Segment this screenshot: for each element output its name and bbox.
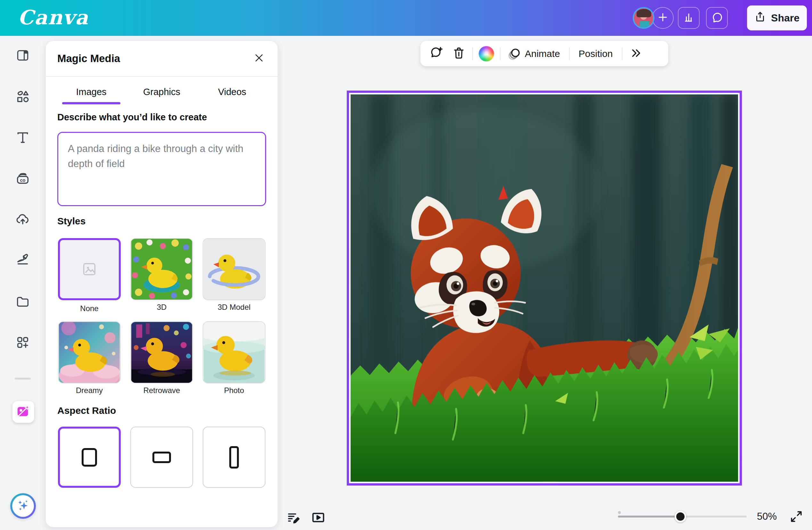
animate-icon bbox=[506, 46, 522, 61]
zoom-track-dot bbox=[618, 511, 621, 514]
panel-header: Magic Media bbox=[57, 41, 266, 76]
aspect-ratio-landscape[interactable] bbox=[130, 427, 193, 488]
assistant-button[interactable] bbox=[10, 493, 36, 519]
sidebar-item-text[interactable] bbox=[15, 131, 30, 146]
avatar[interactable] bbox=[633, 7, 654, 29]
style-label-none: None bbox=[58, 304, 121, 313]
close-panel-button[interactable] bbox=[252, 51, 266, 65]
style-label-3d: 3D bbox=[130, 303, 193, 312]
sidebar-item-magic-media[interactable] bbox=[13, 401, 34, 423]
elements-icon bbox=[15, 89, 30, 105]
toolbar-divider bbox=[569, 47, 570, 60]
close-icon bbox=[253, 53, 264, 65]
zoom-slider[interactable] bbox=[618, 516, 747, 517]
style-label-retrowave: Retrowave bbox=[130, 386, 193, 395]
red-panda-image[interactable] bbox=[351, 94, 738, 482]
portrait-ratio-icon bbox=[229, 446, 239, 469]
svg-text:co: co bbox=[20, 178, 26, 183]
brand-icon: co bbox=[15, 172, 30, 188]
aspect-ratio-portrait[interactable] bbox=[203, 427, 265, 488]
style-label-photo: Photo bbox=[203, 386, 265, 395]
sidebar-item-draw[interactable] bbox=[15, 253, 30, 268]
apps-icon bbox=[15, 335, 30, 351]
animate-button[interactable]: Animate bbox=[522, 48, 563, 59]
style-option-photo[interactable] bbox=[203, 321, 265, 383]
landscape-ratio-icon bbox=[153, 452, 171, 463]
style-3d-model-thumbnail bbox=[203, 239, 265, 299]
toolbar-divider bbox=[472, 47, 473, 60]
position-button[interactable]: Position bbox=[575, 48, 616, 59]
insights-button[interactable] bbox=[678, 7, 700, 29]
magic-media-app-icon bbox=[16, 404, 31, 420]
bar-chart-icon bbox=[683, 12, 695, 24]
panel-tabs: Images Graphics Videos bbox=[56, 80, 267, 103]
avatar-hair bbox=[637, 9, 651, 17]
tab-graphics[interactable]: Graphics bbox=[127, 80, 197, 103]
square-ratio-icon bbox=[82, 448, 97, 467]
style-label-dreamy: Dreamy bbox=[58, 386, 121, 395]
style-option-3d[interactable] bbox=[130, 238, 193, 300]
zoom-level-value[interactable]: 50% bbox=[749, 511, 784, 522]
color-wheel-icon[interactable] bbox=[479, 46, 494, 61]
present-button[interactable] bbox=[311, 511, 325, 526]
chevron-double-right-icon bbox=[629, 47, 642, 61]
more-options-button[interactable] bbox=[628, 46, 643, 61]
styles-heading: Styles bbox=[57, 216, 86, 226]
canvas-page-selection[interactable] bbox=[347, 91, 742, 486]
element-toolbar: Animate Position bbox=[420, 41, 668, 66]
sidebar-item-design[interactable] bbox=[15, 49, 30, 63]
projects-icon bbox=[15, 294, 30, 310]
style-dreamy-thumbnail bbox=[59, 322, 120, 383]
toolbar-divider bbox=[500, 47, 501, 60]
trash-icon bbox=[452, 46, 466, 61]
expand-icon bbox=[789, 510, 803, 525]
chat-icon bbox=[711, 11, 723, 25]
avatar-book bbox=[640, 21, 649, 28]
design-icon bbox=[16, 48, 30, 64]
notes-button[interactable] bbox=[286, 511, 301, 526]
zoom-slider-fill bbox=[618, 516, 680, 517]
draw-icon bbox=[15, 252, 30, 268]
panel-header-divider bbox=[46, 76, 278, 77]
comment-button[interactable] bbox=[429, 46, 444, 61]
magic-media-panel: Magic Media Images Graphics Videos Descr… bbox=[46, 41, 278, 527]
image-placeholder-icon bbox=[81, 261, 98, 278]
sidebar-rail: co bbox=[0, 36, 45, 530]
share-label: Share bbox=[771, 12, 799, 24]
text-icon bbox=[16, 131, 30, 146]
top-bar: Canva Share bbox=[0, 0, 812, 36]
uploads-icon bbox=[15, 211, 30, 227]
style-option-dreamy[interactable] bbox=[58, 321, 121, 383]
delete-button[interactable] bbox=[451, 46, 466, 61]
share-button[interactable]: Share bbox=[747, 5, 807, 30]
style-label-3d-model: 3D Model bbox=[203, 303, 265, 312]
prompt-input[interactable] bbox=[57, 132, 266, 206]
sidebar-item-elements[interactable] bbox=[15, 90, 30, 105]
upload-share-icon bbox=[754, 11, 766, 25]
sidebar-item-apps[interactable] bbox=[15, 336, 30, 351]
comments-button[interactable] bbox=[706, 7, 728, 29]
sidebar-item-brand[interactable]: co bbox=[15, 172, 30, 187]
app-window: Canva Share bbox=[0, 0, 812, 530]
add-member-button[interactable] bbox=[652, 7, 674, 29]
style-option-3d-model[interactable] bbox=[203, 238, 265, 300]
aspect-ratio-square[interactable] bbox=[58, 427, 121, 488]
describe-label: Describe what you’d like to create bbox=[57, 112, 207, 122]
tab-videos-label: Videos bbox=[218, 87, 246, 97]
tab-images-label: Images bbox=[76, 87, 106, 97]
zoom-slider-knob[interactable] bbox=[675, 511, 686, 522]
style-option-retrowave[interactable] bbox=[130, 321, 193, 383]
fullscreen-button[interactable] bbox=[789, 510, 804, 525]
plus-icon bbox=[657, 12, 668, 24]
tab-images[interactable]: Images bbox=[56, 80, 127, 103]
canva-logo[interactable]: Canva bbox=[18, 6, 89, 29]
sidebar-divider bbox=[15, 378, 31, 380]
style-option-none[interactable] bbox=[58, 238, 121, 300]
style-photo-thumbnail bbox=[203, 322, 265, 383]
sidebar-item-projects[interactable] bbox=[15, 295, 30, 310]
sidebar-item-uploads[interactable] bbox=[15, 212, 30, 227]
present-icon bbox=[311, 511, 325, 526]
notes-icon bbox=[286, 511, 300, 526]
tab-videos[interactable]: Videos bbox=[197, 80, 267, 103]
style-retrowave-thumbnail bbox=[131, 322, 192, 383]
